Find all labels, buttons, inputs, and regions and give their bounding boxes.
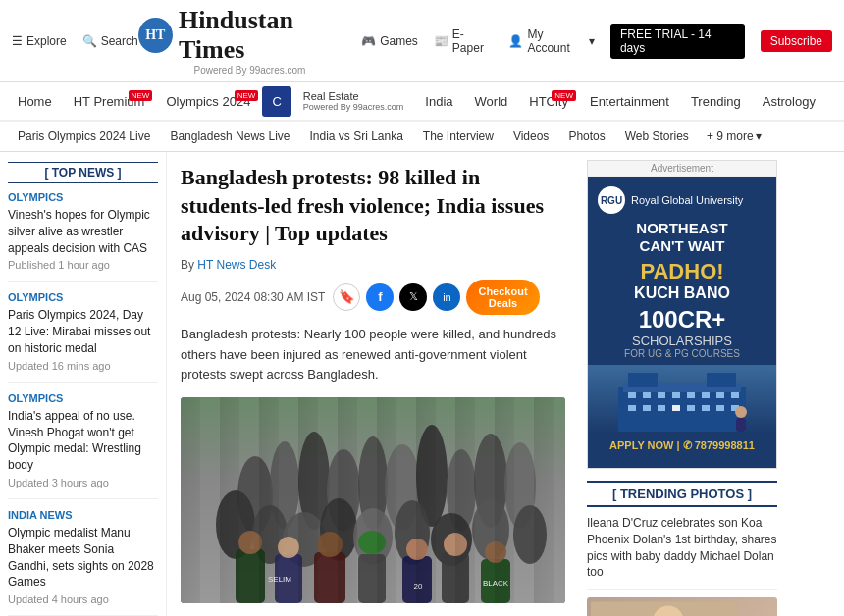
sidebar-item-1[interactable]: Vinesh's hopes for Olympic silver alive … (8, 207, 158, 282)
ad-university-logo: RGU (598, 186, 625, 214)
logo-area: HT Hindustan Times Powered By 99acres.co… (138, 6, 361, 76)
svg-rect-49 (731, 392, 739, 398)
explore-link[interactable]: ☰ Explore (12, 34, 67, 48)
svg-point-6 (358, 436, 388, 531)
article-date: Aug 05, 2024 08:30 AM IST (181, 290, 325, 304)
sec-nav-india-sri[interactable]: India vs Sri Lanka (299, 126, 412, 147)
svg-rect-47 (702, 392, 710, 398)
sidebar-item-1-meta: Published 1 hour ago (8, 259, 158, 271)
svg-rect-42 (628, 392, 636, 398)
free-trial-button[interactable]: FREE TRIAL - 14 days (610, 24, 745, 59)
nav-india[interactable]: India (415, 86, 462, 117)
sidebar-item-2[interactable]: Paris Olympics 2024, Day 12 Live: Miraba… (8, 307, 158, 382)
svg-point-30 (406, 539, 428, 560)
ad-apply[interactable]: APPLY NOW | ✆ 7879998811 (604, 439, 761, 452)
svg-rect-25 (314, 552, 345, 603)
search-link[interactable]: 🔍 Search (82, 34, 138, 48)
user-icon: 👤 (508, 34, 523, 48)
svg-rect-21 (236, 549, 265, 603)
svg-point-17 (395, 500, 430, 565)
sidebar-item-3-title: India's appeal of no use. Vinesh Phogat … (8, 408, 158, 474)
twitter-share-button[interactable]: 𝕏 (399, 283, 427, 311)
article-byline: By HT News Desk (181, 258, 565, 272)
svg-rect-59 (736, 418, 746, 432)
advertisement-box: Advertisement RGU Royal Global Universit… (587, 160, 777, 469)
main-layout: [ TOP NEWS ] OLYMPICS Vinesh's hopes for… (0, 152, 844, 616)
bookmark-button[interactable]: 🔖 (333, 283, 360, 311)
svg-rect-45 (672, 392, 680, 398)
svg-point-16 (353, 508, 393, 565)
svg-text:SELIM: SELIM (268, 575, 291, 584)
sec-nav-webstories[interactable]: Web Stories (615, 126, 699, 147)
nav-olympics[interactable]: Olympics 2024 NEW (156, 86, 260, 117)
top-bar-right: 🎮 Games 📰 E-Paper 👤 My Account ▾ FREE TR… (361, 24, 832, 59)
sidebar-item-4[interactable]: Olympic medalist Manu Bhaker meets Sonia… (8, 525, 158, 616)
ad-content: RGU Royal Global University NORTHEAST CA… (588, 177, 776, 468)
svg-point-8 (416, 425, 448, 527)
sec-nav: Paris Olympics 2024 Live Bangladesh News… (0, 122, 844, 152)
svg-point-12 (216, 490, 255, 559)
logo-powered: Powered By 99acres.com (193, 65, 305, 76)
svg-point-10 (474, 434, 507, 528)
nav-home[interactable]: Home (8, 86, 62, 117)
svg-point-20 (513, 505, 547, 564)
article-author[interactable]: HT News Desk (197, 258, 276, 272)
svg-point-22 (238, 531, 262, 554)
logo-name: Hindustan Times (179, 6, 361, 65)
sec-nav-more[interactable]: + 9 more ▾ (699, 126, 769, 147)
svg-point-13 (252, 505, 288, 564)
svg-point-5 (327, 449, 360, 532)
svg-point-18 (431, 513, 472, 566)
ad-padho: PADHO! (598, 259, 766, 284)
svg-point-4 (298, 432, 330, 530)
trending-photo-item-1[interactable]: 📷 10 Inside Kriti Sanon's birthday Greec… (587, 597, 777, 616)
sec-nav-photos[interactable]: Photos (558, 126, 614, 147)
nav-astrology[interactable]: Astrology (753, 86, 825, 117)
nav-world[interactable]: World (465, 86, 518, 117)
svg-point-34 (485, 541, 506, 563)
ad-schol-desc: FOR UG & PG COURSES (598, 348, 766, 359)
linkedin-share-button[interactable]: in (433, 283, 460, 311)
sidebar-cat-2: OLYMPICS (8, 291, 158, 303)
sec-nav-paris[interactable]: Paris Olympics 2024 Live (8, 126, 160, 147)
svg-rect-29 (402, 556, 432, 603)
svg-text:BLACK: BLACK (483, 579, 509, 588)
trending-text-item-1[interactable]: Ileana D'Cruz celebrates son Koa Phoenix… (587, 515, 777, 590)
nav-trending[interactable]: Trending (681, 86, 751, 117)
nav-realestate[interactable]: Real Estate Powered By 99acres.com (293, 82, 414, 120)
olympics-badge: NEW (235, 90, 259, 101)
sec-nav-interview[interactable]: The Interview (413, 126, 503, 147)
epaper-link[interactable]: 📰 E-Paper (434, 27, 494, 55)
top-bar-left: ☰ Explore 🔍 Search (12, 34, 138, 48)
svg-rect-0 (181, 397, 565, 603)
svg-point-3 (270, 441, 299, 530)
nav-c[interactable]: C (262, 86, 290, 117)
sec-nav-videos[interactable]: Videos (503, 126, 558, 147)
svg-point-11 (504, 442, 536, 529)
trending-photos-section: [ TRENDING PHOTOS ] Ileana D'Cruz celebr… (587, 481, 777, 616)
myaccount-link[interactable]: 👤 My Account ▾ (508, 27, 595, 55)
ad-headline1: NORTHEAST (598, 220, 766, 237)
facebook-share-button[interactable]: f (366, 283, 394, 311)
svg-rect-33 (481, 559, 510, 603)
main-content: Bangladesh protests: 98 killed in studen… (167, 152, 579, 616)
premium-badge: NEW (129, 90, 153, 101)
svg-rect-23 (275, 554, 302, 603)
right-sidebar: Advertisement RGU Royal Global Universit… (579, 152, 785, 616)
svg-rect-54 (687, 405, 695, 411)
nav-entertainment[interactable]: Entertainment (580, 86, 679, 117)
games-link[interactable]: 🎮 Games (361, 34, 418, 48)
chevron-down-icon: ▾ (589, 34, 595, 48)
nav-htcity[interactable]: HTCity NEW (519, 86, 578, 117)
site-logo[interactable]: HT Hindustan Times (138, 6, 361, 65)
checkout-deals-button[interactable]: CheckoutDeals (466, 280, 539, 315)
svg-point-32 (444, 533, 467, 556)
nav-ht-premium[interactable]: HT Premium NEW (64, 86, 155, 117)
sidebar-item-3[interactable]: India's appeal of no use. Vinesh Phogat … (8, 408, 158, 499)
sec-nav-bangladesh[interactable]: Bangladesh News Live (160, 126, 299, 147)
top-news-title: [ TOP NEWS ] (8, 162, 158, 183)
trending-photos-title: [ TRENDING PHOTOS ] (587, 481, 777, 507)
subscribe-button[interactable]: Subscribe (761, 30, 832, 52)
chevron-down-icon: ▾ (756, 129, 762, 143)
ad-building-image (588, 365, 776, 434)
